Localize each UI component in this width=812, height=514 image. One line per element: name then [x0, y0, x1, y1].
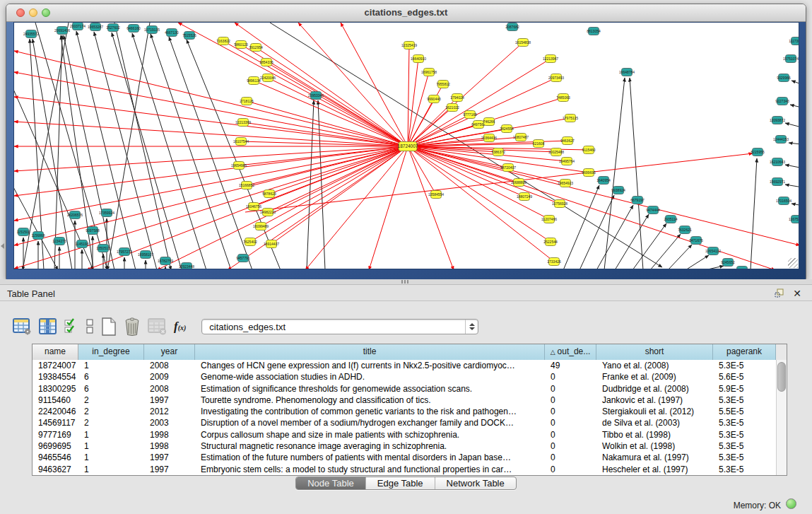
column-header-year[interactable]: year [144, 344, 195, 360]
graph-edge[interactable] [169, 37, 252, 269]
table-cell[interactable]: de Silva et al. (2003) [596, 417, 713, 428]
table-cell[interactable]: 9699695 [33, 440, 78, 452]
tab-node-table[interactable]: Node Table [296, 477, 365, 489]
table-cell[interactable]: 0 [545, 464, 596, 475]
table-cell[interactable]: 5.5E-5 [713, 406, 776, 417]
table-cell[interactable]: Franke et al. (2009) [596, 371, 713, 382]
table-cell[interactable]: 5.3E-5 [713, 429, 776, 440]
graph-edge[interactable] [408, 59, 418, 146]
graph-edge[interactable] [14, 51, 408, 146]
table-cell[interactable]: 9777169 [33, 429, 78, 440]
table-cell[interactable]: 1 [78, 440, 144, 452]
graph-edge[interactable] [615, 214, 649, 269]
table-cell[interactable]: 5.6E-5 [713, 371, 776, 382]
window-titlebar[interactable]: citations_edges.txt [6, 4, 806, 22]
table-cell[interactable]: Structural magnetic resonance image aver… [195, 440, 545, 452]
table-cell[interactable]: 1998 [144, 440, 195, 452]
table-cell[interactable]: 5.9E-5 [713, 383, 776, 395]
table-cell[interactable]: Jankovic et al. (1997) [596, 395, 713, 406]
float-panel-button[interactable] [774, 288, 787, 299]
graph-edge[interactable] [790, 105, 799, 109]
table-cell[interactable]: Tourette syndrome. Phenomenology and cla… [195, 395, 545, 406]
table-cell[interactable]: 5.3E-5 [713, 417, 776, 428]
table-cell[interactable]: 2012 [144, 406, 195, 417]
table-cell[interactable]: 2003 [144, 417, 195, 428]
graph-edge[interactable] [785, 123, 799, 129]
graph-edge[interactable] [785, 185, 799, 188]
table-cell[interactable]: 14569117 [33, 417, 78, 428]
table-cell[interactable]: 1 [78, 429, 144, 440]
graph-edge[interactable] [596, 205, 633, 269]
table-cell[interactable]: 9463627 [33, 464, 78, 475]
graph-edge[interactable] [630, 78, 643, 269]
table-cell[interactable]: Dudbridge et al. (2008) [596, 383, 713, 395]
table-cell[interactable]: Estimation of significance thresholds fo… [195, 383, 545, 395]
table-cell[interactable]: Wolkin et al. (1998) [596, 440, 713, 452]
horizontal-splitter[interactable] [0, 279, 812, 284]
table-row[interactable]: 911546021997Tourette syndrome. Phenomeno… [33, 395, 787, 406]
table-cell[interactable]: 5.3E-5 [713, 360, 776, 371]
table-cell[interactable]: 2 [78, 395, 144, 406]
table-cell[interactable]: 0 [545, 406, 596, 417]
graph-edge[interactable] [792, 81, 799, 86]
table-cell[interactable]: Corpus callosum shape and size in male p… [195, 429, 545, 440]
table-cell[interactable]: 1 [78, 452, 144, 463]
table-cell[interactable]: 6 [78, 383, 144, 395]
table-cell[interactable]: 18724007 [33, 360, 78, 371]
table-cell[interactable]: 1997 [144, 395, 195, 406]
graph-edge[interactable] [268, 146, 408, 212]
graph-edge[interactable] [705, 266, 724, 269]
graph-edge[interactable] [14, 146, 408, 171]
memory-status-indicator-icon[interactable] [786, 498, 796, 509]
citation-graph[interactable]: 2493557220691406200371741065328715276026… [14, 23, 799, 269]
table-cell[interactable]: 1 [78, 464, 144, 475]
graph-edge[interactable] [132, 33, 206, 269]
table-cell[interactable]: 1997 [144, 452, 195, 463]
new-table-button[interactable] [101, 317, 117, 336]
graph-edge[interactable] [563, 185, 599, 269]
graph-edge[interactable] [341, 23, 408, 146]
table-cell[interactable]: 5.3E-5 [713, 440, 776, 452]
graph-edge[interactable] [604, 78, 625, 269]
table-row[interactable]: 1872400712008Changes of HCN gene express… [33, 360, 787, 371]
table-cell[interactable]: 2008 [144, 360, 195, 371]
column-header-short[interactable]: short [596, 344, 713, 360]
function-builder-button[interactable]: f(x) [174, 320, 186, 334]
graph-edge[interactable] [751, 158, 757, 269]
column-header-pagerank[interactable]: pagerank [713, 344, 776, 360]
table-cell[interactable]: 9115460 [33, 395, 78, 406]
row-height-button[interactable] [86, 319, 94, 334]
table-cell[interactable]: 0 [545, 395, 596, 406]
show-columns-button[interactable] [39, 318, 57, 335]
graph-edge[interactable] [112, 33, 182, 269]
table-cell[interactable]: 19384554 [33, 371, 78, 382]
table-row[interactable]: 946362711997Embryonic stem cells: a mode… [33, 464, 787, 475]
column-header-in_degree[interactable]: in_degree [78, 344, 144, 360]
select-columns-button[interactable] [64, 318, 78, 335]
table-row[interactable]: 946554611997Estimation of the future num… [33, 452, 787, 463]
graph-edge[interactable] [369, 146, 408, 269]
table-cell[interactable]: 1998 [144, 429, 195, 440]
graph-edge[interactable] [298, 23, 408, 146]
graph-edge[interactable] [14, 146, 408, 221]
graph-edge[interactable] [178, 23, 408, 146]
table-cell[interactable]: 2008 [144, 383, 195, 395]
table-vertical-scrollbar[interactable] [776, 360, 787, 475]
table-cell[interactable]: Tibbo et al. (1998) [596, 429, 713, 440]
graph-edge[interactable] [14, 178, 58, 269]
graph-edge[interactable] [261, 146, 408, 226]
column-header-name[interactable]: name [33, 344, 78, 360]
tab-network-table[interactable]: Network Table [435, 477, 516, 489]
table-cell[interactable]: Nakamura et al. (1997) [596, 452, 713, 463]
tab-edge-table[interactable]: Edge Table [365, 477, 435, 489]
table-row[interactable]: 1456911722003Disruption of a novel membe… [33, 417, 787, 428]
delete-table-button[interactable] [124, 317, 141, 336]
table-cell[interactable]: 0 [545, 371, 596, 382]
table-cell[interactable]: Investigating the contribution of common… [195, 406, 545, 417]
west-panel-collapse-arrow-icon[interactable] [1, 243, 4, 249]
graph-edge[interactable] [799, 62, 799, 69]
table-selector-combo[interactable]: citations_edges.txt [201, 319, 478, 334]
table-cell[interactable]: 1997 [144, 464, 195, 475]
table-row[interactable]: 2242004622012Investigating the contribut… [33, 406, 787, 417]
table-cell[interactable]: 1 [78, 360, 144, 371]
